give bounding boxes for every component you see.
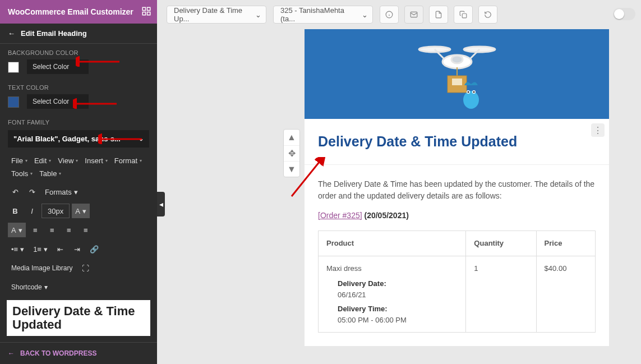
move-up-button[interactable]: ▲ <box>284 130 299 145</box>
editor-menu-view[interactable]: View▾ <box>54 154 81 167</box>
svg-point-16 <box>463 91 479 109</box>
collapse-sidebar-button[interactable]: ◂ <box>157 192 165 216</box>
table-header: Quantity <box>466 231 536 256</box>
editor-menu-format[interactable]: Format▾ <box>111 154 145 167</box>
order-date: (20/05/2021) <box>365 211 409 220</box>
svg-point-20 <box>473 91 474 93</box>
arrow-left-icon: ← <box>8 349 15 357</box>
template-select[interactable]: Delivery Date & Time Up...⌄ <box>167 6 266 24</box>
align-justify-button[interactable]: ≡ <box>79 223 93 237</box>
fullscreen-icon[interactable]: ⛶ <box>78 261 93 275</box>
svg-rect-0 <box>142 7 145 10</box>
font-family-button[interactable]: A▾ <box>72 204 90 218</box>
editor-menu-tools[interactable]: Tools▾ <box>8 167 36 180</box>
table-row: Maxi dress Delivery Date: 06/16/21 Deliv… <box>319 256 596 333</box>
svg-rect-1 <box>147 7 150 10</box>
text-color-button[interactable]: Select Color <box>27 94 89 109</box>
delivery-time-label: Delivery Time: <box>338 303 458 315</box>
info-button[interactable] <box>380 6 399 24</box>
preview-toggle[interactable] <box>613 8 635 20</box>
price-cell: $40.00 <box>536 256 595 333</box>
document-button[interactable] <box>429 6 448 24</box>
block-toolbar: ▲ ✥ ▼ <box>283 129 300 177</box>
indent-button[interactable]: ⇥ <box>70 242 85 256</box>
bg-color-button[interactable]: Select Color <box>27 59 89 74</box>
align-right-button[interactable]: ≡ <box>62 223 76 237</box>
delivery-date-label: Delivery Date: <box>338 278 458 289</box>
bullet-list-button[interactable]: •≡▾ <box>8 242 27 256</box>
undo-button[interactable]: ↶ <box>8 185 22 199</box>
font-family-select[interactable]: "Arial Black", Gadget, sans-s...⌄ <box>8 130 149 148</box>
svg-rect-6 <box>462 13 467 18</box>
number-list-button[interactable]: 1≡▾ <box>30 242 51 256</box>
refresh-button[interactable] <box>478 6 497 24</box>
block-options-button[interactable]: ⋮ <box>591 123 605 137</box>
media-library-button[interactable]: Media Image Library <box>8 261 76 275</box>
text-color-button[interactable]: A▾ <box>8 223 26 237</box>
delivery-time-value: 05:00 PM - 06:00 PM <box>338 316 407 324</box>
align-left-button[interactable]: ≡ <box>28 223 43 237</box>
svg-point-12 <box>451 56 463 63</box>
email-heading-text: Delivery Date & Time Updated <box>318 133 596 150</box>
move-down-button[interactable]: ▼ <box>284 161 299 177</box>
table-header: Product <box>319 231 466 256</box>
app-title: WooCommerce Email Customizer <box>0 0 157 24</box>
order-link[interactable]: [Order #325] <box>318 211 362 220</box>
panel-heading[interactable]: ← Edit Email Heading <box>0 24 157 44</box>
quantity-cell: 1 <box>466 256 536 333</box>
email-intro-text: The Delivery Date & Time has been update… <box>318 178 596 202</box>
email-heading-block[interactable]: ⋮ Delivery Date & Time Updated <box>305 119 609 165</box>
bg-color-label: BACKGROUND COLOR <box>0 44 157 59</box>
bg-color-swatch[interactable] <box>8 62 19 73</box>
editor-menu-insert[interactable]: Insert▾ <box>81 154 111 167</box>
order-table: ProductQuantityPrice Maxi dress Delivery… <box>318 231 596 333</box>
chevron-down-icon: ⌄ <box>255 11 261 19</box>
svg-rect-15 <box>452 79 462 85</box>
svg-point-19 <box>467 91 469 93</box>
back-arrow-icon: ← <box>8 29 15 38</box>
formats-menu[interactable]: Formats▾ <box>41 185 81 199</box>
svg-rect-3 <box>147 12 150 15</box>
order-select[interactable]: 325 - TanishaMehta (ta...⌄ <box>273 6 373 24</box>
editor-menu-table[interactable]: Table▾ <box>36 167 64 180</box>
font-size-select[interactable]: 30px <box>41 204 70 218</box>
svg-rect-2 <box>142 12 145 15</box>
link-button[interactable]: 🔗 <box>87 242 102 256</box>
text-color-swatch[interactable] <box>8 96 19 108</box>
shortcode-menu[interactable]: Shortcode▾ <box>8 280 51 294</box>
redo-button[interactable]: ↷ <box>25 185 39 199</box>
bold-button[interactable]: B <box>8 204 22 218</box>
send-test-button[interactable] <box>404 6 423 24</box>
editor-menu-edit[interactable]: Edit▾ <box>31 154 54 167</box>
font-family-label: FONT FAMILY <box>0 113 157 129</box>
editor-menu-file[interactable]: File▾ <box>8 154 31 167</box>
align-center-button[interactable]: ≡ <box>45 223 59 237</box>
chevron-down-icon: ⌄ <box>362 11 368 19</box>
delivery-date-value: 06/16/21 <box>338 291 366 299</box>
italic-button[interactable]: I <box>25 204 39 218</box>
move-handle[interactable]: ✥ <box>284 145 299 161</box>
product-name: Maxi dress <box>326 264 362 273</box>
email-header-image[interactable] <box>305 29 609 119</box>
outdent-button[interactable]: ⇤ <box>53 242 68 256</box>
back-to-wordpress-link[interactable]: ← BACK TO WORDPRESS <box>0 342 157 364</box>
chevron-down-icon: ⌄ <box>139 135 144 142</box>
text-color-label: TEXT COLOR <box>0 79 157 94</box>
table-header: Price <box>536 231 595 256</box>
editor-content[interactable]: Delivery Date & Time Updated <box>7 300 150 336</box>
apps-icon[interactable] <box>141 6 151 18</box>
copy-button[interactable] <box>454 6 473 24</box>
